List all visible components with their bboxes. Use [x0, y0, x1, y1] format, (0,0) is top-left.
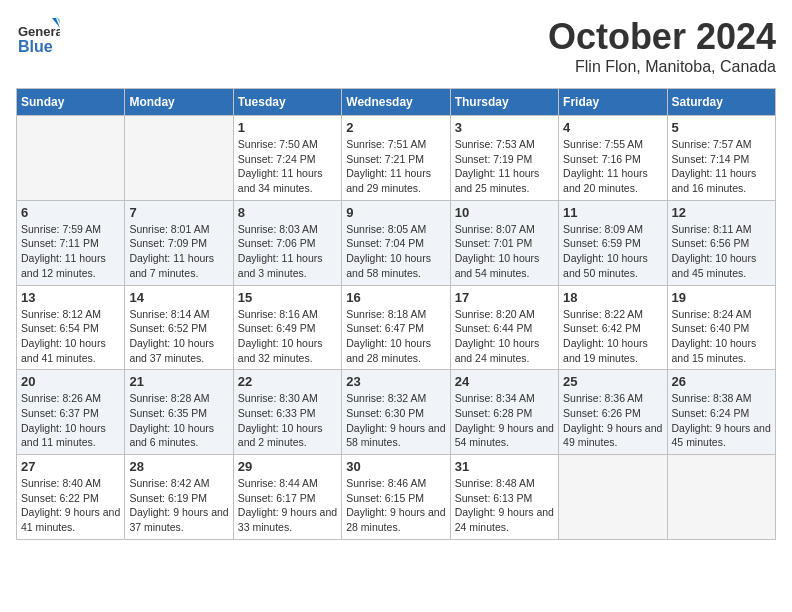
- day-number: 6: [21, 205, 120, 220]
- header-row: SundayMondayTuesdayWednesdayThursdayFrid…: [17, 89, 776, 116]
- day-number: 19: [672, 290, 771, 305]
- day-info: Sunrise: 8:44 AMSunset: 6:17 PMDaylight:…: [238, 476, 337, 535]
- calendar-cell: 22Sunrise: 8:30 AMSunset: 6:33 PMDayligh…: [233, 370, 341, 455]
- calendar-cell: 5Sunrise: 7:57 AMSunset: 7:14 PMDaylight…: [667, 116, 775, 201]
- day-info: Sunrise: 8:09 AMSunset: 6:59 PMDaylight:…: [563, 222, 662, 281]
- day-info: Sunrise: 8:26 AMSunset: 6:37 PMDaylight:…: [21, 391, 120, 450]
- title-block: October 2024 Flin Flon, Manitoba, Canada: [548, 16, 776, 76]
- calendar-cell: [667, 455, 775, 540]
- calendar-cell: 24Sunrise: 8:34 AMSunset: 6:28 PMDayligh…: [450, 370, 558, 455]
- location: Flin Flon, Manitoba, Canada: [548, 58, 776, 76]
- logo: General Blue: [16, 16, 60, 60]
- day-info: Sunrise: 7:59 AMSunset: 7:11 PMDaylight:…: [21, 222, 120, 281]
- calendar-cell: 26Sunrise: 8:38 AMSunset: 6:24 PMDayligh…: [667, 370, 775, 455]
- calendar-week-3: 13Sunrise: 8:12 AMSunset: 6:54 PMDayligh…: [17, 285, 776, 370]
- col-header-thursday: Thursday: [450, 89, 558, 116]
- calendar-cell: 7Sunrise: 8:01 AMSunset: 7:09 PMDaylight…: [125, 200, 233, 285]
- calendar-cell: 28Sunrise: 8:42 AMSunset: 6:19 PMDayligh…: [125, 455, 233, 540]
- day-number: 7: [129, 205, 228, 220]
- calendar-cell: 6Sunrise: 7:59 AMSunset: 7:11 PMDaylight…: [17, 200, 125, 285]
- day-info: Sunrise: 8:11 AMSunset: 6:56 PMDaylight:…: [672, 222, 771, 281]
- calendar-cell: [125, 116, 233, 201]
- calendar-cell: 20Sunrise: 8:26 AMSunset: 6:37 PMDayligh…: [17, 370, 125, 455]
- calendar-cell: 4Sunrise: 7:55 AMSunset: 7:16 PMDaylight…: [559, 116, 667, 201]
- day-info: Sunrise: 8:32 AMSunset: 6:30 PMDaylight:…: [346, 391, 445, 450]
- calendar-cell: 15Sunrise: 8:16 AMSunset: 6:49 PMDayligh…: [233, 285, 341, 370]
- calendar-cell: 1Sunrise: 7:50 AMSunset: 7:24 PMDaylight…: [233, 116, 341, 201]
- day-number: 12: [672, 205, 771, 220]
- calendar-cell: 19Sunrise: 8:24 AMSunset: 6:40 PMDayligh…: [667, 285, 775, 370]
- calendar-week-5: 27Sunrise: 8:40 AMSunset: 6:22 PMDayligh…: [17, 455, 776, 540]
- day-info: Sunrise: 8:48 AMSunset: 6:13 PMDaylight:…: [455, 476, 554, 535]
- calendar-cell: 29Sunrise: 8:44 AMSunset: 6:17 PMDayligh…: [233, 455, 341, 540]
- day-info: Sunrise: 8:46 AMSunset: 6:15 PMDaylight:…: [346, 476, 445, 535]
- calendar-cell: 31Sunrise: 8:48 AMSunset: 6:13 PMDayligh…: [450, 455, 558, 540]
- calendar-table: SundayMondayTuesdayWednesdayThursdayFrid…: [16, 88, 776, 540]
- day-info: Sunrise: 7:51 AMSunset: 7:21 PMDaylight:…: [346, 137, 445, 196]
- calendar-cell: 30Sunrise: 8:46 AMSunset: 6:15 PMDayligh…: [342, 455, 450, 540]
- day-number: 20: [21, 374, 120, 389]
- calendar-cell: 11Sunrise: 8:09 AMSunset: 6:59 PMDayligh…: [559, 200, 667, 285]
- day-number: 28: [129, 459, 228, 474]
- day-info: Sunrise: 7:50 AMSunset: 7:24 PMDaylight:…: [238, 137, 337, 196]
- day-number: 14: [129, 290, 228, 305]
- page-header: General Blue October 2024 Flin Flon, Man…: [16, 16, 776, 76]
- calendar-cell: 14Sunrise: 8:14 AMSunset: 6:52 PMDayligh…: [125, 285, 233, 370]
- calendar-cell: [17, 116, 125, 201]
- day-number: 23: [346, 374, 445, 389]
- day-info: Sunrise: 8:36 AMSunset: 6:26 PMDaylight:…: [563, 391, 662, 450]
- day-info: Sunrise: 8:07 AMSunset: 7:01 PMDaylight:…: [455, 222, 554, 281]
- svg-text:General: General: [18, 24, 60, 39]
- day-number: 3: [455, 120, 554, 135]
- day-number: 15: [238, 290, 337, 305]
- day-info: Sunrise: 8:16 AMSunset: 6:49 PMDaylight:…: [238, 307, 337, 366]
- day-number: 26: [672, 374, 771, 389]
- day-info: Sunrise: 8:40 AMSunset: 6:22 PMDaylight:…: [21, 476, 120, 535]
- calendar-cell: 16Sunrise: 8:18 AMSunset: 6:47 PMDayligh…: [342, 285, 450, 370]
- day-info: Sunrise: 7:57 AMSunset: 7:14 PMDaylight:…: [672, 137, 771, 196]
- day-number: 25: [563, 374, 662, 389]
- calendar-cell: 18Sunrise: 8:22 AMSunset: 6:42 PMDayligh…: [559, 285, 667, 370]
- day-info: Sunrise: 8:01 AMSunset: 7:09 PMDaylight:…: [129, 222, 228, 281]
- calendar-cell: [559, 455, 667, 540]
- day-number: 9: [346, 205, 445, 220]
- logo-svg: General Blue: [16, 16, 60, 60]
- day-number: 11: [563, 205, 662, 220]
- day-number: 27: [21, 459, 120, 474]
- day-info: Sunrise: 8:30 AMSunset: 6:33 PMDaylight:…: [238, 391, 337, 450]
- col-header-monday: Monday: [125, 89, 233, 116]
- day-info: Sunrise: 8:20 AMSunset: 6:44 PMDaylight:…: [455, 307, 554, 366]
- day-number: 8: [238, 205, 337, 220]
- month-title: October 2024: [548, 16, 776, 58]
- col-header-wednesday: Wednesday: [342, 89, 450, 116]
- calendar-cell: 25Sunrise: 8:36 AMSunset: 6:26 PMDayligh…: [559, 370, 667, 455]
- day-number: 13: [21, 290, 120, 305]
- day-number: 16: [346, 290, 445, 305]
- day-number: 10: [455, 205, 554, 220]
- calendar-week-4: 20Sunrise: 8:26 AMSunset: 6:37 PMDayligh…: [17, 370, 776, 455]
- day-info: Sunrise: 8:22 AMSunset: 6:42 PMDaylight:…: [563, 307, 662, 366]
- col-header-sunday: Sunday: [17, 89, 125, 116]
- day-number: 31: [455, 459, 554, 474]
- day-number: 4: [563, 120, 662, 135]
- day-number: 21: [129, 374, 228, 389]
- day-number: 24: [455, 374, 554, 389]
- day-info: Sunrise: 8:05 AMSunset: 7:04 PMDaylight:…: [346, 222, 445, 281]
- calendar-cell: 10Sunrise: 8:07 AMSunset: 7:01 PMDayligh…: [450, 200, 558, 285]
- col-header-tuesday: Tuesday: [233, 89, 341, 116]
- day-info: Sunrise: 8:03 AMSunset: 7:06 PMDaylight:…: [238, 222, 337, 281]
- day-number: 5: [672, 120, 771, 135]
- calendar-cell: 17Sunrise: 8:20 AMSunset: 6:44 PMDayligh…: [450, 285, 558, 370]
- calendar-cell: 23Sunrise: 8:32 AMSunset: 6:30 PMDayligh…: [342, 370, 450, 455]
- day-number: 22: [238, 374, 337, 389]
- calendar-cell: 2Sunrise: 7:51 AMSunset: 7:21 PMDaylight…: [342, 116, 450, 201]
- calendar-cell: 12Sunrise: 8:11 AMSunset: 6:56 PMDayligh…: [667, 200, 775, 285]
- calendar-cell: 9Sunrise: 8:05 AMSunset: 7:04 PMDaylight…: [342, 200, 450, 285]
- calendar-cell: 3Sunrise: 7:53 AMSunset: 7:19 PMDaylight…: [450, 116, 558, 201]
- day-info: Sunrise: 8:18 AMSunset: 6:47 PMDaylight:…: [346, 307, 445, 366]
- day-info: Sunrise: 7:55 AMSunset: 7:16 PMDaylight:…: [563, 137, 662, 196]
- day-info: Sunrise: 8:12 AMSunset: 6:54 PMDaylight:…: [21, 307, 120, 366]
- day-info: Sunrise: 7:53 AMSunset: 7:19 PMDaylight:…: [455, 137, 554, 196]
- col-header-friday: Friday: [559, 89, 667, 116]
- svg-text:Blue: Blue: [18, 38, 53, 55]
